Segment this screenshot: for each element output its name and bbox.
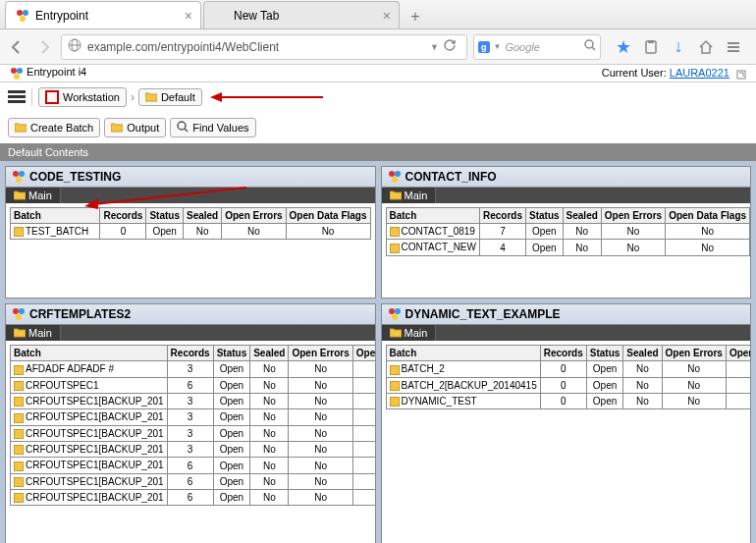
sealed-cell: No [563,224,601,240]
refresh-icon[interactable] [439,38,460,55]
url-input[interactable]: example.com/entrypointi4/WebClient ▼ [61,34,467,60]
menu-icon[interactable] [725,38,742,56]
status-cell: Open [213,409,250,425]
col-sealed[interactable]: Sealed [623,346,662,361]
col-open-errors[interactable]: Open Errors [289,346,352,361]
table-row[interactable]: AFDADF ADFADF # 3 Open No No No [11,361,375,377]
table-row[interactable]: CRFOUTSPEC1[BACKUP_201 3 Open No No No [11,425,375,441]
folder-icon [390,190,402,200]
col-open-errors[interactable]: Open Errors [662,346,726,361]
col-status[interactable]: Status [213,346,250,361]
current-user: Current User: LAURA0221 [602,67,746,79]
close-icon[interactable]: × [383,8,391,24]
flags-cell: No [352,425,374,441]
records-cell: 0 [540,393,586,408]
col-records[interactable]: Records [100,208,146,224]
hamburger-icon[interactable] [8,88,26,106]
browser-tab-bar: Entrypoint × New Tab × + [0,0,756,29]
bookmark-star-icon[interactable]: ★ [615,38,632,56]
table-row[interactable]: CRFOUTSPEC1 6 Open No No No [11,377,375,393]
panel-tab-main[interactable]: Main [382,325,437,341]
breadcrumb-workstation[interactable]: Workstation [38,87,127,107]
batch-name: CONTACT_0819 [402,226,475,237]
col-open-errors[interactable]: Open Errors [601,208,665,224]
col-sealed[interactable]: Sealed [183,208,221,224]
col-batch[interactable]: Batch [11,346,168,361]
table-row[interactable]: CRFOUTSPEC1[BACKUP_201 6 Open No No No [11,490,375,506]
folder-icon [390,381,400,391]
table-row[interactable]: CONTACT_0819 7 Open No No No [386,224,750,240]
col-batch[interactable]: Batch [386,346,540,361]
col-batch[interactable]: Batch [11,208,100,224]
col-open-data-flags[interactable]: Open Data Flags [286,208,370,224]
col-open-data-flags[interactable]: Open Data Flags [726,346,750,361]
col-open-data-flags[interactable]: Open Data Flags [666,208,750,224]
close-icon[interactable]: × [185,8,192,24]
table-row[interactable]: CRFOUTSPEC1[BACKUP_201 3 Open No No No [11,393,375,408]
table-row[interactable]: CRFOUTSPEC1[BACKUP_201 3 Open No No No [11,409,375,425]
chevron-down-icon[interactable]: ▼ [494,42,502,51]
batch-name: CRFOUTSPEC1 [26,380,98,391]
sealed-cell: No [250,473,289,489]
clipboard-icon[interactable] [642,38,660,56]
dropdown-icon[interactable]: ▼ [430,42,439,52]
records-cell: 4 [479,240,525,255]
sealed-cell: No [250,361,289,377]
col-records[interactable]: Records [479,208,525,224]
table-row[interactable]: TEST_BATCH 0 Open No No No [11,224,371,240]
records-cell: 3 [167,442,213,458]
user-link[interactable]: LAURA0221 [670,67,729,79]
col-status[interactable]: Status [586,346,623,361]
sealed-cell: No [563,240,601,255]
panel-tabs: Main [382,188,751,203]
table-row[interactable]: BATCH_2[BACKUP_20140415 0 Open No No No [386,377,750,393]
batch-name: DYNAMIC_TEST [402,396,477,407]
table-row[interactable]: BATCH_2 0 Open No No No [386,361,750,377]
batch-name: CRFOUTSPEC1[BACKUP_201 [26,396,164,407]
svg-point-30 [19,308,25,314]
forward-button[interactable] [33,36,55,58]
table-row[interactable]: CONTACT_NEW 4 Open No No No [386,240,750,255]
table-row[interactable]: DYNAMIC_TEST 0 Open No No No [386,393,750,408]
flags-cell: No [286,224,370,240]
col-records[interactable]: Records [167,346,213,361]
table-row[interactable]: CRFOUTSPEC1[BACKUP_201 6 Open No No No [11,473,375,489]
create-batch-button[interactable]: Create Batch [8,118,100,137]
panel-tab-main[interactable]: Main [6,325,61,341]
col-records[interactable]: Records [540,346,586,361]
col-open-data-flags[interactable]: Open Data Flags [352,346,374,361]
output-button[interactable]: Output [104,118,166,137]
find-values-button[interactable]: Find Values [170,118,255,137]
col-sealed[interactable]: Sealed [250,346,289,361]
back-button[interactable] [6,36,27,58]
table-row[interactable]: CRFOUTSPEC1[BACKUP_201 6 Open No No No [11,458,375,473]
status-cell: Open [526,224,564,240]
breadcrumb-default[interactable]: Default [138,88,202,106]
batch-name: CRFOUTSPEC1[BACKUP_201 [26,492,164,503]
col-status[interactable]: Status [146,208,184,224]
batch-name: CRFOUTSPEC1[BACKUP_201 [26,460,164,470]
status-cell: Open [213,458,250,473]
svg-point-21 [13,171,19,177]
home-icon[interactable] [697,38,715,56]
panel-tab-main[interactable]: Main [382,188,437,203]
panel: CODE_TESTING Main Batch Records Status S… [5,166,376,299]
col-batch[interactable]: Batch [386,208,479,224]
search-box[interactable]: g ▼ Google [473,34,601,60]
errors-cell: No [289,409,352,425]
panel-tab-main[interactable]: Main [6,188,61,203]
search-icon[interactable] [584,39,596,54]
svg-point-33 [395,308,401,314]
browser-tab-active[interactable]: Entrypoint × [5,1,201,28]
batch-name: TEST_BATCH [26,226,88,237]
expand-icon[interactable] [736,70,746,80]
sealed-cell: No [250,458,289,473]
browser-tab[interactable]: New Tab × [203,1,400,28]
col-sealed[interactable]: Sealed [563,208,601,224]
col-status[interactable]: Status [526,208,564,224]
col-open-errors[interactable]: Open Errors [222,208,286,224]
table-row[interactable]: CRFOUTSPEC1[BACKUP_201 3 Open No No No [11,442,375,458]
batch-table: Batch Records Status Sealed Open Errors … [10,345,375,506]
new-tab-button[interactable]: + [402,5,429,28]
download-icon[interactable]: ↓ [670,38,687,56]
